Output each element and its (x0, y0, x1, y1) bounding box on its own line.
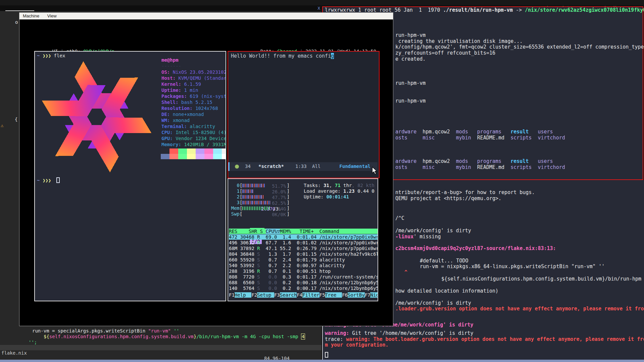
process-row[interactable]: 660 55920 S 0.7 2.4 0:01.79 alacritty (229, 257, 378, 262)
thread-count: 71 (335, 183, 341, 188)
htop-window[interactable]: 0[51.7%] 1[26.0%] 2[47.7%] 3[62.5%] Mem[… (228, 178, 378, 301)
proc-state: S (257, 263, 260, 268)
uptime-value: 00:01:41 (326, 194, 349, 199)
dir: programs (477, 129, 510, 135)
process-row[interactable]: 688 6560 S 0.0 0.2 0:00.18 /nix/store/12… (229, 280, 378, 285)
dir: misc (423, 164, 456, 170)
mem-total: 84G (278, 206, 286, 212)
terminal-line: k/config/hpm.qcow2', fmt=qcow2 cluster_s… (395, 44, 644, 50)
neofetch-value: 1 min (181, 87, 198, 93)
tabline-close-icon[interactable]: X (317, 6, 320, 11)
fkey-filter-button[interactable]: Filter (302, 292, 319, 298)
fkey-search-button[interactable]: Search (280, 292, 297, 298)
file: hpm.qcow2 (423, 129, 456, 135)
terminal-line: e created. (395, 56, 426, 62)
process-row[interactable]: 288 3196 R 0.7 0.1 0:00.51 htop (229, 268, 378, 274)
proc-rest: 1.4 0:01.04 /nix/store/p7pp0ix0wr7g (277, 234, 378, 240)
neofetch-value: bash 5.2.15 (179, 100, 212, 105)
file-listing-row: ardware hpm.qcow2 mods programs result u… (395, 159, 553, 164)
tasks-label: Tasks: (304, 183, 324, 188)
neofetch-line: DE: none+xmonad (161, 112, 204, 117)
neofetch-line: Uptime: 1 min (161, 87, 198, 93)
bracket: ] (287, 200, 289, 205)
neofetch-value: none+xmonad (170, 112, 204, 117)
proc-cpu: 67.7 (260, 240, 277, 245)
symlink-dir: result (510, 129, 538, 135)
cpu-meter-2: 2[47.7%] (231, 194, 290, 199)
emacs-window[interactable]: Hello World!! from my emacs config 34 *s… (228, 51, 380, 178)
neofetch-label: Resolution: (161, 106, 193, 111)
dir: scripts (510, 135, 538, 141)
code-line: ${self.nixosConfigurations.hpm.config.sy… (44, 334, 305, 339)
load-1min: 1.23 (343, 188, 355, 194)
host-status-bar: HI | enp1s0: 0kB/s|0kB/s Batt: Charged |… (0, 0, 644, 5)
proc-state: S (257, 257, 260, 262)
neofetch-label: Host: (161, 75, 176, 81)
proc-state: R (257, 234, 260, 240)
file: README.md (477, 135, 510, 141)
neofetch-label: Memory: (161, 142, 181, 147)
neofetch-value: Intel i5-8250U (4) (173, 130, 226, 135)
fkey-sortby-button[interactable]: SortBy (348, 292, 365, 298)
process-row[interactable]: 540 53992 S 0.7 2.2 0:00.97 alacritty (229, 263, 378, 268)
htop-function-keys: F1Help F2Setup F3SearchF4FilterF5Tree F6… (229, 292, 378, 298)
bracket: [ (240, 188, 242, 194)
load-label: Load average: (304, 188, 343, 194)
proc-cpu: 0.0 (260, 280, 277, 285)
bracket: ] (287, 205, 289, 211)
palette-swatch (213, 154, 222, 159)
neofetch-value: KVM/QEMU (Standard (176, 75, 226, 81)
dir: misc (423, 135, 456, 141)
dir: mybin (456, 164, 477, 170)
process-row[interactable]: 496 30612 R 67.7 1.6 0:01.02 /nix/store/… (229, 240, 378, 245)
header-sort-column[interactable]: CPU%▽ (266, 229, 280, 234)
terminal-line: trace: warning: The boot.loader.grub.ver… (325, 337, 644, 342)
neofetch-value: xmonad (170, 118, 190, 123)
neofetch-value: Vendor 1234 Device (173, 136, 226, 141)
error-caret: ^ (404, 269, 407, 275)
proc-state: R (257, 246, 260, 251)
file: README.md (477, 164, 510, 170)
meter-label: 3 (231, 200, 240, 205)
htop-table-header[interactable]: RES SHR S CPU%▽MEM% TIME+ Command (229, 229, 378, 234)
fkey-setup-button[interactable]: Setup (257, 292, 274, 298)
code-cursor-char: 4 (301, 334, 305, 340)
process-row[interactable]: 808 7720 S 0.0 0.3 0:01.17 /run/current-… (229, 274, 378, 280)
bracket: ] (287, 188, 289, 194)
dir: users (538, 158, 553, 164)
neofetch-label: GPU: (161, 136, 173, 141)
meter-label: Swp (231, 211, 240, 217)
neofetch-value: 1420MiB / 3931Mi (181, 142, 226, 147)
bracket: [ (240, 183, 242, 188)
file-listing-row: osts misc mybin README.md scripts virtch… (395, 135, 565, 141)
fkey-tree-button[interactable]: Tree (325, 292, 342, 298)
guest-terminal-window[interactable]: ~ ❯❯❯ flex me@hpm ------- OS: Nix (34, 51, 226, 301)
file-listing-row: ardware hpm.qcow2 mods programs result u… (395, 129, 553, 135)
proc-cpu: 0.7 (260, 257, 277, 262)
meter-percent: 47.7% (272, 195, 286, 200)
menu-machine[interactable]: Machine (19, 13, 43, 19)
tasks-count: 31 (324, 183, 329, 188)
trace-label: trace: (325, 336, 346, 342)
swap-meter: Swp[0K/0K] (231, 211, 290, 217)
dir: virtchord (538, 135, 565, 141)
qemu-vm-window[interactable]: Machine View HI | eth0: 0kB/s|0kB/s Batt… (19, 12, 393, 326)
proc-cpu: 0.7 (260, 268, 277, 274)
code-line: run-vm = specialArgs.pkgs.writeScriptBin… (32, 328, 179, 334)
process-row[interactable]: 68M 37892 R 47.1 55.2 0:26.79 /nix/store… (229, 246, 378, 251)
meter-label: 0 (231, 183, 240, 188)
proc-rest: 0.2 0:00.18 /nix/store/12bynbp6y51j (277, 280, 378, 285)
fkey-nice-button[interactable]: Nice (370, 292, 378, 298)
process-row[interactable]: 140 5764 S 0.0 0.2 0:00.17 /nix/store/12… (229, 286, 378, 291)
menu-view[interactable]: View (44, 13, 60, 19)
neofetch-line: CPU: Intel i5-8250U (4) (161, 130, 226, 135)
fkey-help-button[interactable]: Help (235, 292, 252, 298)
palette-swatch (213, 148, 222, 154)
palette-swatch (196, 148, 204, 154)
process-row[interactable]: 472 30468 R 69.0 1.4 0:01.04 /nix/store/… (229, 234, 378, 240)
proc-cpu: 0.0 (260, 286, 277, 291)
palette-swatch (222, 154, 226, 159)
proc-cols: 140 5764 (229, 286, 257, 291)
code-string: '' (171, 328, 179, 334)
process-row[interactable]: 804 36848 S 1.3 1.7 0:01.15 /nix/store/h… (229, 251, 378, 257)
